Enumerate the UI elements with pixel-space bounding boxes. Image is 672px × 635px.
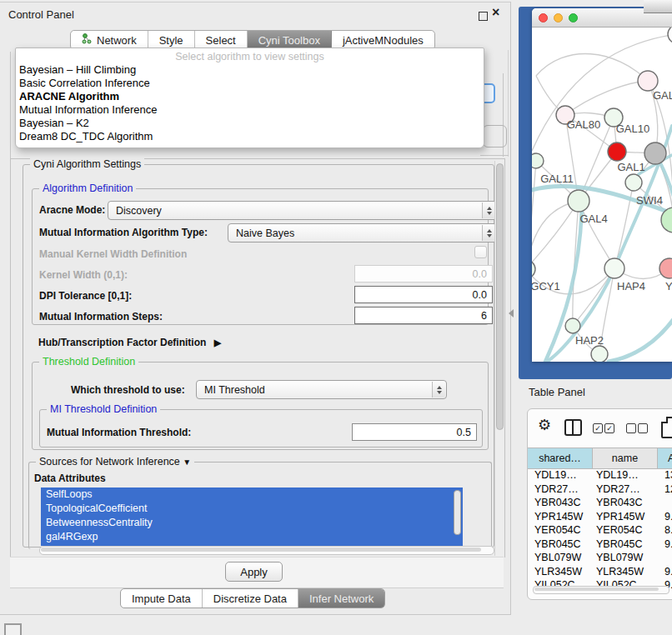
tab-impute-data[interactable]: Impute Data [121,589,203,608]
table-row[interactable]: YLR345WYLR345W9. [528,565,672,579]
kernel-width-field[interactable]: 0.0 [354,265,493,282]
column-header[interactable]: shared… [528,448,593,468]
data-attribute-item[interactable]: BetweennessCentrality [41,516,463,530]
dropdown-placeholder: Select algorithm to view settings [16,51,484,63]
table-cell: YBR043C [593,496,658,510]
tab-style[interactable]: Style [148,31,195,49]
table-row[interactable]: YDL19…YDL19…13 [528,468,672,482]
mi-threshold-field[interactable]: 0.5 [352,423,477,441]
screen: Control Panel × Network Style Select Cyn… [0,0,672,635]
column-header[interactable]: A [658,448,672,468]
data-attribute-item[interactable]: SelfLoops [41,488,463,502]
algorithm-option[interactable]: Mutual Information Inference [16,103,484,117]
network-node[interactable] [625,174,642,191]
table-row[interactable]: YDR27…YDR27…12 [528,482,672,497]
network-view-frame: GAL8GAL80GAL10GAL1GAL11GAL4SWI4GCY1HAP4Y… [519,7,672,379]
network-node[interactable] [668,28,672,43]
hub-label: Hub/Transcription Factor Definition [38,337,206,348]
minimized-panel-icon[interactable] [4,623,22,635]
network-node[interactable] [591,346,608,362]
tab-cyni-toolbox[interactable]: Cyni Toolbox [248,31,332,49]
tab-label: Network [97,34,137,47]
vertical-scrollbar[interactable] [494,161,504,556]
table-cell: YBR045C [528,538,593,552]
algorithm-option[interactable]: Dream8 DC_TDC Algorithm [16,130,484,143]
list-scrollbar[interactable] [454,490,461,535]
network-canvas-svg[interactable]: GAL8GAL80GAL10GAL1GAL11GAL4SWI4GCY1HAP4Y… [532,28,672,362]
network-node[interactable] [532,260,535,278]
close-traffic-light-icon[interactable] [539,13,548,22]
zoom-traffic-light-icon[interactable] [569,13,578,22]
deselect-all-checkbox-icon[interactable] [638,423,648,433]
aracne-mode-combobox[interactable]: Discovery [108,201,497,220]
table-row[interactable]: YBL079WYBL079W [528,551,672,565]
close-icon[interactable]: × [492,6,499,19]
algorithm-option[interactable]: Basic Correlation Inference [16,77,484,90]
network-node-label: GAL4 [579,212,607,225]
attr-items: SelfLoopsTopologicalCoefficientBetweenne… [41,488,463,544]
tab-label: Infer Network [309,592,374,605]
hub-transcription-factor-expander[interactable]: Hub/Transcription Factor Definition ▶ [38,337,221,348]
data-attributes-list[interactable]: SelfLoopsTopologicalCoefficientBetweenne… [41,488,463,546]
algorithm-option[interactable]: Bayesian – Hill Climbing [16,63,484,77]
which-threshold-combobox[interactable]: MI Threshold [196,380,447,399]
select-all-checkbox-icon[interactable]: ✓ [604,423,614,433]
panel-splitter-handle[interactable] [509,309,514,318]
algorithm-option[interactable]: Bayesian – K2 [16,117,484,130]
select-all-checkbox-icon[interactable]: ✓ [593,423,603,433]
table-cell: 9. [658,510,672,524]
apply-label: Apply [240,566,268,578]
network-node[interactable] [565,318,580,333]
manual-kernel-width-checkbox[interactable] [474,246,487,258]
combobox-value: Discovery [116,205,162,217]
tab-network[interactable]: Network [71,31,148,49]
network-node-label: HAP2 [575,334,604,347]
field-value: 6 [481,310,487,322]
dpi-tolerance-field[interactable]: 0.0 [354,286,493,303]
tab-select[interactable]: Select [195,31,248,49]
network-node-label: Y [665,280,672,292]
tab-label: Select [206,34,236,47]
table-cell: YBL079W [528,551,593,565]
minimize-traffic-light-icon[interactable] [554,13,563,22]
tab-jactivemnodules[interactable]: jActiveMNodules [332,31,434,49]
data-attribute-item[interactable]: gal4RGexp [41,530,463,544]
table-row[interactable]: YER054CYER054C8. [528,523,672,538]
mi-algorithm-type-combobox[interactable]: Naive Bayes [228,223,497,242]
gear-icon[interactable]: ⚙ [538,416,551,434]
deselect-all-checkbox-icon[interactable] [626,423,636,433]
network-node[interactable] [568,190,589,212]
tab-infer-network[interactable]: Infer Network [298,589,384,608]
table-cell: YLR345W [593,565,658,579]
network-node-label: GAL10 [616,122,649,135]
data-attribute-item[interactable]: TopologicalCoefficient [41,502,463,516]
new-table-icon[interactable] [661,417,672,438]
network-node[interactable] [644,142,666,164]
network-canvas[interactable]: GAL8GAL80GAL10GAL1GAL11GAL4SWI4GCY1HAP4Y… [532,28,672,362]
horizontal-scrollbar[interactable] [39,546,494,555]
network-node[interactable] [659,258,672,278]
table-row[interactable]: YBR045CYBR045C9. [528,538,672,552]
network-node[interactable] [532,153,544,168]
network-node[interactable] [608,142,626,161]
tab-label: Style [159,34,183,47]
panel-edge [480,155,509,156]
network-tab-icon [82,33,92,47]
kernel-width-label: Kernel Width (0,1): [39,269,128,281]
algorithm-option[interactable]: ARACNE Algorithm [16,90,484,103]
table-row[interactable]: YBR043CYBR043C [528,496,672,510]
sources-collapser[interactable]: Sources for Network Inference ▼ [36,456,194,468]
network-node[interactable] [604,258,624,278]
table-panel-title: Table Panel [529,386,585,398]
table-row[interactable]: YPR145WYPR145W9. [528,510,672,524]
group-title: Algorithm Definition [39,182,136,194]
apply-button[interactable]: Apply [225,562,283,582]
tab-discretize-data[interactable]: Discretize Data [203,589,298,608]
float-window-icon[interactable] [479,12,488,21]
column-header[interactable]: name [593,448,658,468]
table-horizontal-scrollbar[interactable] [533,586,669,594]
split-columns-icon[interactable] [564,419,582,436]
mi-steps-field[interactable]: 6 [354,307,493,324]
field-value: 0.0 [473,289,487,301]
network-node[interactable] [638,71,658,91]
